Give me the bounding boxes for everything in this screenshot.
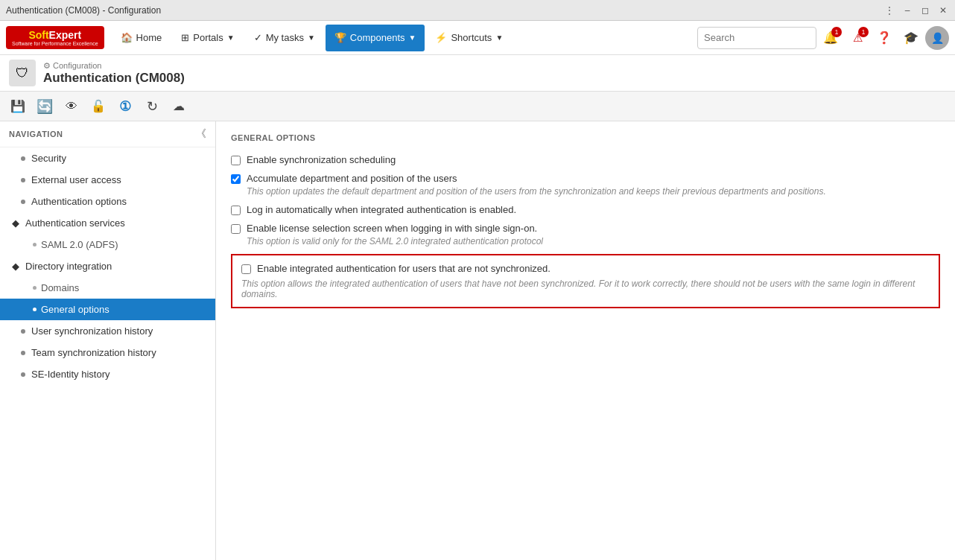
bell-button[interactable]: 🔔 1: [818, 25, 843, 51]
sidebar-item-authentication-options[interactable]: Authentication options: [0, 191, 215, 212]
sidebar-item-domains[interactable]: Domains: [0, 277, 215, 299]
breadcrumb: ⚙ Configuration: [43, 61, 185, 71]
sync-icon: ↻: [147, 98, 158, 115]
enable-sync-scheduling-label[interactable]: Enable synchronization scheduling: [247, 154, 396, 165]
page-header: 🛡 ⚙ Configuration Authentication (CM008): [0, 55, 955, 92]
nav-mytasks[interactable]: ✓ My tasks ▼: [245, 25, 324, 51]
titlebar-title: Authentication (CM008) - Configuration: [6, 5, 161, 16]
info-button[interactable]: ①: [113, 95, 137, 118]
avatar[interactable]: 👤: [925, 26, 949, 50]
minimize-icon[interactable]: –: [901, 4, 913, 16]
content-area: General Options Enable synchronization s…: [216, 121, 955, 560]
log-in-auto-label[interactable]: Log in automatically when integrated aut…: [247, 204, 516, 215]
enable-sync-scheduling-checkbox[interactable]: [231, 156, 241, 165]
cloud-icon: ☁: [173, 99, 185, 113]
logo: SoftExpert Software for Performance Exce…: [6, 26, 104, 49]
option-row-log-in-auto: Log in automatically when integrated aut…: [231, 204, 940, 215]
enable-integrated-auth-label[interactable]: Enable integrated authentication for use…: [257, 263, 551, 274]
nav-components[interactable]: 🏆 Components ▼: [326, 25, 425, 51]
avatar-icon: 👤: [931, 32, 944, 44]
lock-icon: 🔓: [91, 99, 106, 113]
graduation-icon: 🎓: [904, 31, 918, 45]
option-row-accumulate-dept: Accumulate department and position of th…: [231, 173, 940, 197]
sidebar: Navigation 《 Security External user acce…: [0, 121, 216, 560]
sidebar-item-general-options[interactable]: General options: [0, 299, 215, 320]
dot-icon: [33, 286, 37, 290]
enable-integrated-auth-desc: This option allows the integrated authen…: [241, 279, 930, 299]
sidebar-item-user-sync-history[interactable]: User synchronization history: [0, 320, 215, 342]
view-button[interactable]: 👁: [60, 95, 83, 118]
enable-license-desc: This option is valid only for the SAML 2…: [247, 236, 543, 246]
dot-icon: [21, 156, 25, 161]
highlighted-option-integrated-auth: Enable integrated authentication for use…: [231, 254, 940, 308]
accumulate-dept-desc: This option updates the default departme…: [247, 186, 826, 197]
accumulate-dept-checkbox[interactable]: [231, 174, 241, 184]
mytasks-icon: ✓: [254, 32, 262, 43]
nav-portals[interactable]: ⊞ Portals ▼: [172, 25, 243, 51]
refresh-circle-icon: 🔄: [37, 98, 53, 115]
notification-badge: 1: [831, 27, 842, 37]
option-row-enable-license: Enable license selection screen when log…: [231, 223, 940, 246]
shortcuts-caret: ▼: [495, 34, 503, 42]
page-icon: 🛡: [9, 60, 36, 86]
dot-icon: [33, 308, 37, 311]
accumulate-dept-label[interactable]: Accumulate department and position of th…: [247, 173, 826, 184]
enable-license-checkbox[interactable]: [231, 224, 241, 234]
page-title: Authentication (CM008): [43, 71, 185, 86]
more-icon[interactable]: ⋮: [883, 4, 895, 16]
dot-icon: [33, 243, 37, 246]
sidebar-item-security[interactable]: Security: [0, 147, 215, 169]
portals-caret: ▼: [227, 34, 235, 42]
help-icon: ❓: [877, 31, 892, 45]
sidebar-item-se-identity-history[interactable]: SE-Identity history: [0, 363, 215, 385]
dot-icon: [21, 372, 25, 377]
alert-button[interactable]: ⚠ 1: [845, 25, 870, 51]
view-icon: 👁: [66, 100, 77, 113]
info-icon: ①: [119, 98, 131, 115]
log-in-auto-checkbox[interactable]: [231, 206, 241, 215]
sidebar-item-saml-adfs[interactable]: SAML 2.0 (ADFS): [0, 234, 215, 255]
sidebar-item-directory-integration[interactable]: ◆ Directory integration: [0, 255, 215, 277]
help-button[interactable]: ❓: [872, 25, 897, 51]
titlebar-controls: ⋮ – ◻ ✕: [883, 4, 949, 16]
content-inner: General Options Enable synchronization s…: [216, 121, 955, 560]
alert-badge: 1: [858, 27, 869, 37]
dot-icon: [21, 178, 25, 182]
nav-home[interactable]: 🏠 Home: [112, 25, 171, 51]
graduation-button[interactable]: 🎓: [898, 25, 924, 51]
sidebar-item-team-sync-history[interactable]: Team synchronization history: [0, 342, 215, 363]
enable-integrated-auth-checkbox[interactable]: [241, 264, 251, 274]
lock-button[interactable]: 🔓: [86, 95, 110, 118]
components-icon: 🏆: [334, 32, 346, 43]
expand-icon: ◆: [12, 261, 19, 272]
save-button[interactable]: 💾: [6, 95, 30, 118]
config-shield-icon: 🛡: [16, 66, 29, 81]
main-container: Navigation 《 Security External user acce…: [0, 121, 955, 560]
section-title: General Options: [231, 133, 940, 142]
components-caret: ▼: [409, 34, 416, 42]
nav-shortcuts[interactable]: ⚡ Shortcuts ▼: [426, 25, 512, 51]
option-row-integrated-auth: Enable integrated authentication for use…: [241, 263, 930, 274]
sidebar-header: Navigation 《: [0, 121, 215, 147]
enable-license-label[interactable]: Enable license selection screen when log…: [247, 223, 543, 234]
home-icon: 🏠: [121, 32, 133, 43]
mytasks-caret: ▼: [308, 34, 315, 42]
restore-icon[interactable]: ◻: [919, 4, 931, 16]
logo-text: SoftExpert: [28, 29, 81, 41]
shortcuts-icon: ⚡: [435, 32, 447, 43]
collapse-sidebar-button[interactable]: 《: [196, 127, 206, 141]
search-input[interactable]: [697, 27, 816, 49]
gear-icon: ⚙: [43, 61, 51, 71]
cloud-button[interactable]: ☁: [167, 95, 191, 118]
sync-button[interactable]: ↻: [140, 95, 164, 118]
expand-icon: ◆: [12, 217, 19, 229]
toolbar: 💾 🔄 👁 🔓 ① ↻ ☁: [0, 92, 955, 121]
sidebar-item-authentication-services[interactable]: ◆ Authentication services: [0, 212, 215, 234]
close-icon[interactable]: ✕: [937, 4, 949, 16]
option-row-sync-scheduling: Enable synchronization scheduling: [231, 154, 940, 165]
dot-icon: [21, 351, 25, 355]
sidebar-item-external-user-access[interactable]: External user access: [0, 169, 215, 191]
dot-icon: [21, 200, 25, 204]
logo-subtitle: Software for Performance Excellence: [12, 41, 98, 46]
refresh-circle-button[interactable]: 🔄: [33, 95, 57, 118]
